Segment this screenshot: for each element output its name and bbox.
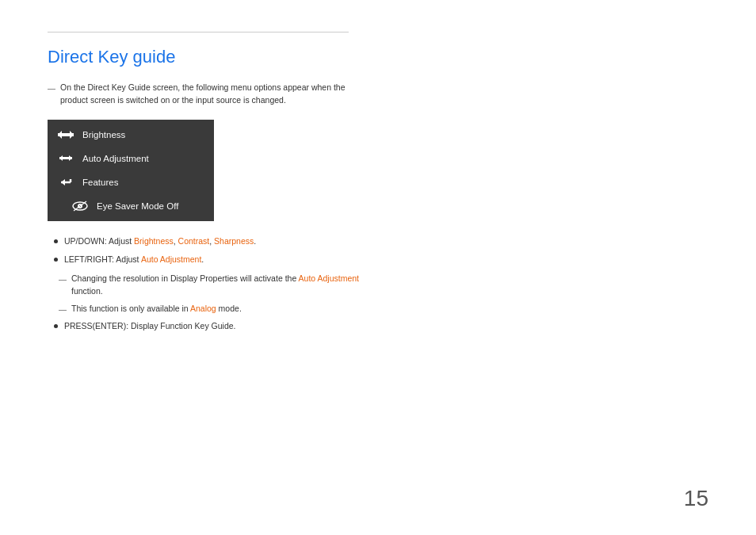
sub-note-1-text: Changing the resolution in Display Prope… [71,273,365,298]
sub-note-2: — This function is only available in Ana… [59,303,365,315]
press-enter-text: PRESS(ENTER): Display Function Key Guide… [64,320,236,333]
enter-arrow-icon [57,176,74,189]
note-dash: — [48,82,55,94]
accent-analog: Analog [190,304,216,313]
bullet-dot-3 [54,324,58,328]
menu-features-label: Features [82,178,118,187]
page-title: Direct Key guide [48,47,365,67]
eye-saver-icon [71,200,89,212]
bullet-press-enter: PRESS(ENTER): Display Function Key Guide… [54,320,365,333]
svg-marker-4 [59,155,63,161]
arrow-horizontal-icon [57,128,74,141]
arrow-horizontal-small-icon [57,152,74,165]
bullet-leftright: LEFT/RIGHT: Adjust Auto Adjustment. [54,254,365,266]
menu-item-auto-adjustment: Auto Adjustment [48,147,214,170]
svg-marker-2 [70,131,74,139]
sub-note-1: — Changing the resolution in Display Pro… [59,273,365,298]
svg-marker-5 [69,155,72,161]
menu-box: Brightness Auto Adjustment [48,120,214,221]
bullet-dot-2 [54,258,58,262]
accent-contrast: Contrast [178,236,210,246]
svg-marker-7 [61,179,65,185]
accent-auto-adj-1: Auto Adjustment [141,254,201,264]
top-note-text: On the Direct Key Guide screen, the foll… [60,82,365,107]
page-container: Direct Key guide — On the Direct Key Gui… [0,0,412,370]
accent-brightness: Brightness [134,236,174,246]
bullet-updown-text: UP/DOWN: Adjust Brightness, Contrast, Sh… [64,235,256,248]
menu-brightness-label: Brightness [82,130,125,139]
menu-item-brightness: Brightness [48,123,214,147]
menu-auto-adjustment-label: Auto Adjustment [82,154,149,163]
menu-item-features: Features [48,170,214,194]
sub-dash-1: — [59,273,67,285]
accent-sharpness: Sharpness [214,236,254,246]
top-rule [48,32,349,32]
sub-dash-2: — [59,304,67,315]
accent-auto-adj-2: Auto Adjustment [299,273,359,283]
sub-note-2-text: This function is only available in Analo… [71,303,242,315]
menu-eye-saver-label: Eye Saver Mode Off [97,201,178,211]
page-number: 15 [684,486,708,511]
bullet-list: UP/DOWN: Adjust Brightness, Contrast, Sh… [54,235,365,267]
menu-item-eye-saver: Eye Saver Mode Off [48,194,214,218]
press-enter-list: PRESS(ENTER): Display Function Key Guide… [54,320,365,333]
top-note: — On the Direct Key Guide screen, the fo… [48,82,365,107]
bullet-dot-1 [54,239,58,243]
bullet-leftright-text: LEFT/RIGHT: Adjust Auto Adjustment. [64,254,204,266]
svg-marker-1 [58,131,62,139]
bullet-updown: UP/DOWN: Adjust Brightness, Contrast, Sh… [54,235,365,248]
